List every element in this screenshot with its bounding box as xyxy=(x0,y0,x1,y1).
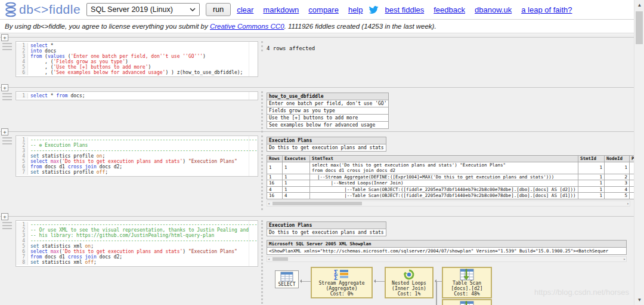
plan-node-label: Nested Loops (Inner Join) Cost: 1% xyxy=(392,281,426,297)
table-cell: 1 xyxy=(605,162,630,174)
plan-node-table-scan-d1[interactable]: Table Scan [docs].[d1] xyxy=(442,299,492,305)
scrollbar-thumb[interactable] xyxy=(636,11,643,44)
scroll-right-icon[interactable]: ▸ xyxy=(623,257,626,261)
table-cell xyxy=(630,193,634,199)
table-header-cell: Execution Plans xyxy=(267,222,386,229)
loop-icon xyxy=(402,269,416,281)
scroll-down-icon[interactable]: ▼ xyxy=(634,295,644,305)
result-table-showplan-xml: Microsoft SQL Server 2005 XML Showplan<S… xyxy=(267,240,631,255)
result-message: 4 rows affected xyxy=(267,42,631,51)
header-link-best-fiddles[interactable]: best fiddles xyxy=(385,5,424,14)
table-row: 11 |--Stream Aggregate(DEFINE:([Expr1004… xyxy=(267,174,634,180)
header-link-feedback[interactable]: feedback xyxy=(434,5,465,14)
line-number: 1 xyxy=(16,137,28,143)
header-link-a-leap-of-faith-[interactable]: a leap of faith? xyxy=(521,5,572,14)
table-row: Enter one batch per field, don't use 'GO… xyxy=(267,100,389,107)
code-line: 3from (values ('Enter one batch per fiel… xyxy=(16,54,258,59)
plan-connector xyxy=(375,281,385,282)
add-batch-button[interactable]: + xyxy=(1,84,8,91)
add-batch-button[interactable]: + xyxy=(1,128,8,135)
result-table: Microsoft SQL Server 2005 XML Showplan<S… xyxy=(267,240,627,255)
horizontal-scrollbar[interactable]: ◂ ▸ xyxy=(267,201,630,207)
dbfiddle-logo[interactable]: db<>fiddle xyxy=(5,2,80,17)
table-header-cell: StmtId xyxy=(578,156,605,162)
header-link-help[interactable]: help xyxy=(348,5,363,14)
sql-panel-1: + 1select *2into docs3from (values ('Ent… xyxy=(0,34,634,84)
sql-editor-3[interactable]: 1---------------------------------------… xyxy=(16,135,258,177)
line-number: 4 xyxy=(16,238,28,244)
table-row: 11select max('Do this to get execution p… xyxy=(267,162,634,174)
line-number: 1 xyxy=(16,93,28,98)
line-number: 3 xyxy=(16,54,28,59)
run-button[interactable]: run xyxy=(206,3,231,16)
panel-divider xyxy=(0,131,634,132)
header-link-clear[interactable]: clear xyxy=(237,5,253,14)
line-number: 1 xyxy=(16,43,28,48)
drag-handle-icon[interactable] xyxy=(1,220,16,231)
code-line: 1select * xyxy=(16,43,258,48)
drag-handle-icon[interactable] xyxy=(1,41,16,52)
scroll-left-icon[interactable]: ◂ xyxy=(268,257,270,261)
plan-node-label: SELECT xyxy=(278,282,296,287)
top-toolbar: db<>fiddle SQL Server 2019 (Linux) run c… xyxy=(0,0,634,20)
table-cell: |--Table Scan(OBJECT:([fiddle_2205ea77db… xyxy=(310,193,578,199)
plan-node-nested-loops[interactable]: Nested Loops (Inner Join) Cost: 1% xyxy=(385,267,434,298)
line-number: 1 xyxy=(16,222,28,227)
column-ruler xyxy=(249,92,249,100)
header-link-markdown[interactable]: markdown xyxy=(263,5,299,14)
table-cell: 1 xyxy=(283,180,310,187)
drag-handle-icon[interactable] xyxy=(1,91,16,102)
plan-node-select[interactable]: SELECT xyxy=(275,270,299,288)
sql-panel-2: + 1select * from docs; how_to_use_dbfidd… xyxy=(0,84,634,128)
line-number: 2 xyxy=(16,143,28,148)
scroll-right-icon[interactable]: ▸ xyxy=(627,201,629,206)
add-batch-button[interactable]: + xyxy=(1,213,8,220)
code-line: 5 , ('Use the [+] buttons to add more') xyxy=(16,64,258,70)
database-select[interactable]: SQL Server 2019 (Linux) xyxy=(86,3,200,16)
result-table: Execution PlansDo this to get execution … xyxy=(267,221,386,236)
svg-text:Σ: Σ xyxy=(334,274,338,281)
cc0-link[interactable]: Creative Commons CC0 xyxy=(210,23,284,30)
panel-divider xyxy=(0,37,634,38)
sql-editor-1[interactable]: 1select *2into docs3from (values ('Enter… xyxy=(16,41,258,77)
line-number: 6 xyxy=(16,70,28,75)
chevron-down-icon xyxy=(190,8,196,11)
scroll-left-icon[interactable]: ◂ xyxy=(268,201,270,206)
drag-handle-icon[interactable] xyxy=(1,135,16,146)
table-cell: 1 xyxy=(283,186,310,193)
table-cell: 1 xyxy=(578,174,605,180)
table-header-row: Microsoft SQL Server 2005 XML Showplan xyxy=(267,241,627,248)
table-cell: <ShowPlanXML xmlns="http://schemas.micro… xyxy=(267,248,627,255)
scroll-up-icon[interactable]: ▲ xyxy=(634,0,644,10)
line-number: 5 xyxy=(16,64,28,70)
header-link-compare[interactable]: compare xyxy=(308,5,339,14)
line-number: 4 xyxy=(16,59,28,64)
line-number: 4 xyxy=(16,153,28,159)
code-line: 6from docs d1 cross join docs d2; xyxy=(16,164,258,170)
horizontal-scrollbar[interactable]: ◂ ▸ xyxy=(267,256,627,262)
table-cell xyxy=(630,180,634,187)
line-number: 2 xyxy=(16,227,28,233)
table-row: 164 |--Table Scan(OBJECT:([fiddle_2205ea… xyxy=(267,193,634,199)
code-line: 5set statistics xml on; xyxy=(16,244,258,249)
header-links-right: best fiddlesfeedbackdbanow.uka leap of f… xyxy=(385,5,572,14)
plan-node-table-scan-d2[interactable]: Table Scan [docs].[d2] Cost: 48% xyxy=(442,267,492,298)
add-batch-button[interactable]: + xyxy=(1,34,8,41)
result-table: how_to_use_dbfiddleEnter one batch per f… xyxy=(267,93,389,129)
sql-editor-4[interactable]: 1---------------------------------------… xyxy=(16,220,258,267)
results-pane-1: 4 rows affected xyxy=(261,41,634,51)
sql-editor-2[interactable]: 1select * from docs; xyxy=(16,91,258,100)
line-number: 8 xyxy=(16,260,28,265)
header-link-dbanow-uk[interactable]: dbanow.uk xyxy=(475,5,512,14)
result-table-how-to-use: how_to_use_dbfiddleEnter one batch per f… xyxy=(267,93,631,129)
plan-node-stream-aggregate[interactable]: ΣΣ Stream Aggregate (Aggregate) Cost: 0% xyxy=(311,267,373,298)
table-cell: 4 xyxy=(267,186,283,193)
scrollbar-thumb[interactable] xyxy=(273,257,288,261)
twitter-icon[interactable] xyxy=(369,5,379,15)
table-header-row: how_to_use_dbfiddle xyxy=(267,93,389,100)
code-line: 2into docs xyxy=(16,48,258,54)
plan-connector xyxy=(436,281,437,305)
scrollbar-thumb[interactable] xyxy=(273,202,362,205)
table-cell: 16 xyxy=(267,193,283,199)
vertical-scrollbar[interactable]: ▲ ▼ xyxy=(634,0,644,305)
